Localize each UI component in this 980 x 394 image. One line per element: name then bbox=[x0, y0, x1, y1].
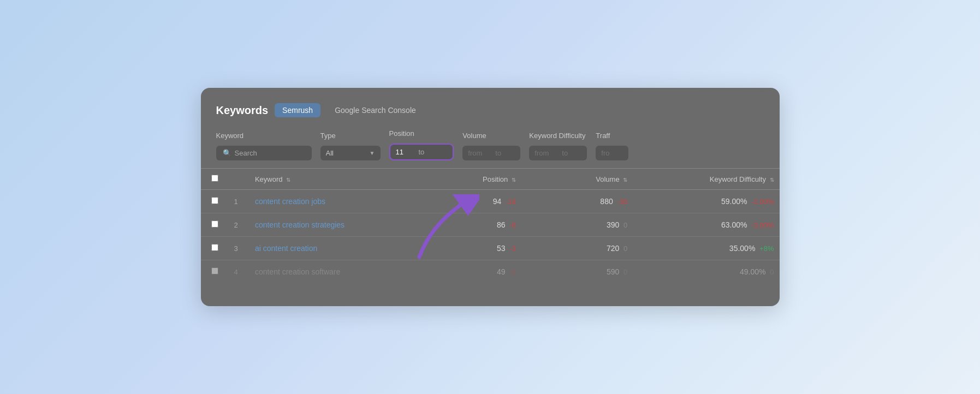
row-4-keyword-text: content creation software bbox=[255, 267, 340, 276]
type-filter-group: Type All Organic Paid ▼ bbox=[320, 130, 381, 160]
kd-range-wrap bbox=[529, 146, 587, 160]
position-to-input[interactable] bbox=[427, 148, 447, 156]
volume-to-input[interactable] bbox=[495, 149, 515, 157]
type-filter-label: Type bbox=[320, 132, 336, 140]
sort-icon-keyword: ⇅ bbox=[286, 177, 290, 183]
position-filter-group: Position to bbox=[389, 128, 454, 160]
kd-filter-label: Keyword Difficulty bbox=[529, 132, 585, 140]
row-4-checkbox-cell bbox=[201, 260, 229, 284]
row-2-kd-change: -3.00% bbox=[751, 221, 774, 229]
row-3-keyword-link[interactable]: ai content creation bbox=[255, 244, 317, 253]
row-2-checkbox[interactable] bbox=[211, 220, 218, 228]
position-to-label: to bbox=[419, 148, 425, 156]
row-4-kd-change: 0 bbox=[770, 268, 774, 276]
keyword-search-input[interactable] bbox=[235, 149, 305, 157]
row-4-kd: 49.00% 0 bbox=[633, 260, 779, 284]
keyword-filter-label: Keyword bbox=[216, 132, 244, 140]
row-3-volume: 720 0 bbox=[521, 237, 633, 260]
sort-icon-kd: ⇅ bbox=[770, 177, 774, 183]
traffic-filter-group: Traff bbox=[596, 130, 628, 160]
table-row: 4 content creation software 49 -1 590 0 … bbox=[201, 260, 780, 284]
row-2-kd: 63.00% -3.00% bbox=[633, 213, 779, 237]
row-1-keyword: content creation jobs bbox=[250, 190, 410, 213]
row-2-position-change: -6 bbox=[509, 221, 516, 229]
row-3-checkbox-cell bbox=[201, 237, 229, 260]
volume-range-wrap bbox=[462, 146, 520, 160]
keywords-card: Keywords Semrush Google Search Console K… bbox=[201, 88, 780, 306]
table-header-row: Keyword ⇅ Position ⇅ Volume ⇅ Keyword Di… bbox=[201, 169, 780, 190]
table-row: 2 content creation strategies 86 -6 390 … bbox=[201, 213, 780, 237]
th-checkbox bbox=[201, 169, 229, 190]
row-3-kd-change: +8% bbox=[759, 244, 774, 253]
row-1-kd: 59.00% -2.00% bbox=[633, 190, 779, 213]
card-title: Keywords bbox=[216, 104, 269, 117]
row-2-keyword-link[interactable]: content creation strategies bbox=[255, 220, 345, 229]
tab-gsc[interactable]: Google Search Console bbox=[327, 103, 424, 117]
row-1-position: 94 -18 bbox=[410, 190, 521, 213]
volume-from-input[interactable] bbox=[468, 149, 492, 157]
kd-to-input[interactable] bbox=[562, 149, 581, 157]
sort-icon-position: ⇅ bbox=[512, 177, 516, 183]
kd-from-input[interactable] bbox=[534, 149, 559, 157]
th-position[interactable]: Position ⇅ bbox=[410, 169, 521, 190]
chevron-down-icon: ▼ bbox=[370, 150, 375, 156]
row-3-num: 3 bbox=[229, 237, 250, 260]
row-4-volume: 590 0 bbox=[521, 260, 633, 284]
position-from-input[interactable] bbox=[396, 148, 415, 156]
th-volume[interactable]: Volume ⇅ bbox=[521, 169, 633, 190]
row-2-checkbox-cell bbox=[201, 213, 229, 237]
volume-filter-label: Volume bbox=[462, 132, 486, 140]
row-1-num: 1 bbox=[229, 190, 250, 213]
row-4-checkbox[interactable] bbox=[211, 267, 218, 274]
row-1-kd-change: -2.00% bbox=[751, 198, 774, 206]
row-2-volume-change: 0 bbox=[623, 221, 627, 229]
keyword-filter-group: Keyword 🔍 bbox=[216, 130, 312, 160]
row-3-position-change: -3 bbox=[509, 244, 516, 253]
row-3-position: 53 -3 bbox=[410, 237, 521, 260]
volume-filter-group: Volume bbox=[462, 130, 520, 160]
row-4-volume-change: 0 bbox=[623, 268, 627, 276]
search-icon: 🔍 bbox=[223, 149, 231, 157]
row-2-num: 2 bbox=[229, 213, 250, 237]
position-filter-label: Position bbox=[389, 129, 414, 138]
row-2-volume: 390 0 bbox=[521, 213, 633, 237]
row-1-checkbox[interactable] bbox=[211, 197, 218, 204]
row-3-volume-change: 0 bbox=[623, 244, 627, 253]
th-keyword[interactable]: Keyword ⇅ bbox=[250, 169, 410, 190]
row-1-volume: 880 -30 bbox=[521, 190, 633, 213]
table-row: 1 content creation jobs 94 -18 880 -30 5… bbox=[201, 190, 780, 213]
traffic-from-input[interactable] bbox=[601, 149, 628, 157]
row-4-position-change: -1 bbox=[509, 268, 516, 276]
kd-filter-group: Keyword Difficulty bbox=[529, 130, 587, 160]
table-row: 3 ai content creation 53 -3 720 0 35.00% bbox=[201, 237, 780, 260]
row-1-checkbox-cell bbox=[201, 190, 229, 213]
traffic-range-wrap bbox=[596, 146, 628, 160]
select-all-checkbox[interactable] bbox=[211, 175, 218, 182]
keywords-table: Keyword ⇅ Position ⇅ Volume ⇅ Keyword Di… bbox=[201, 168, 780, 283]
card-header: Keywords Semrush Google Search Console bbox=[201, 103, 780, 128]
row-2-position: 86 -6 bbox=[410, 213, 521, 237]
keyword-search-wrap: 🔍 bbox=[216, 146, 312, 160]
filters-row: Keyword 🔍 Type All Organic Paid ▼ bbox=[201, 128, 780, 168]
th-num bbox=[229, 169, 250, 190]
row-4-position: 49 -1 bbox=[410, 260, 521, 284]
th-kd[interactable]: Keyword Difficulty ⇅ bbox=[633, 169, 779, 190]
row-3-checkbox[interactable] bbox=[211, 244, 218, 251]
tab-semrush[interactable]: Semrush bbox=[275, 103, 320, 117]
row-1-volume-change: -30 bbox=[617, 198, 627, 206]
type-select[interactable]: All Organic Paid bbox=[326, 149, 367, 157]
row-4-num: 4 bbox=[229, 260, 250, 284]
row-1-position-change: -18 bbox=[506, 198, 516, 206]
row-3-keyword: ai content creation bbox=[250, 237, 410, 260]
keywords-table-wrap: Keyword ⇅ Position ⇅ Volume ⇅ Keyword Di… bbox=[201, 168, 780, 283]
position-filter-box: to bbox=[389, 144, 454, 160]
traffic-filter-label: Traff bbox=[596, 132, 610, 140]
type-select-wrap: All Organic Paid ▼ bbox=[320, 146, 381, 160]
sort-icon-volume: ⇅ bbox=[623, 177, 627, 183]
row-1-keyword-link[interactable]: content creation jobs bbox=[255, 197, 325, 206]
row-4-keyword: content creation software bbox=[250, 260, 410, 284]
row-2-keyword: content creation strategies bbox=[250, 213, 410, 237]
row-3-kd: 35.00% +8% bbox=[633, 237, 779, 260]
